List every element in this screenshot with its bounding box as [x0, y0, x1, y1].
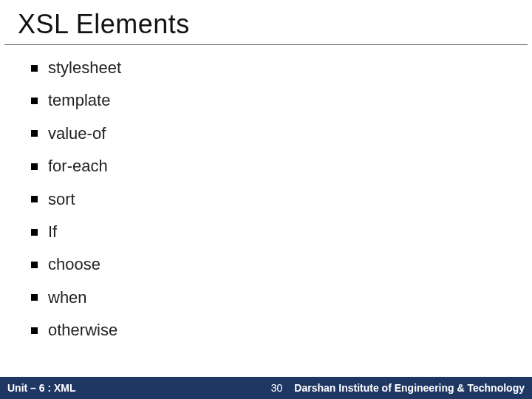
list-item-label: choose [48, 255, 100, 274]
square-bullet-icon [31, 65, 38, 72]
list-item: choose [31, 255, 511, 274]
slide: XSL Elements stylesheet template value-o… [0, 0, 532, 399]
list-item: when [31, 288, 511, 307]
list-item: for-each [31, 157, 511, 176]
square-bullet-icon [31, 196, 38, 202]
square-bullet-icon [31, 98, 38, 104]
list-item-label: stylesheet [48, 58, 121, 78]
footer-bar: Unit – 6 : XML 30 Darshan Institute of E… [0, 377, 532, 399]
page-title: XSL Elements [4, 0, 528, 45]
list-item-label: template [48, 91, 110, 110]
list-item-label: otherwise [48, 321, 117, 340]
list-item: value-of [31, 124, 511, 143]
list-item-label: sort [48, 190, 75, 209]
square-bullet-icon [31, 229, 38, 236]
list-item: sort [31, 190, 511, 209]
bullet-list: stylesheet template value-of for-each so… [31, 58, 511, 341]
square-bullet-icon [31, 163, 38, 170]
content-area: stylesheet template value-of for-each so… [0, 45, 532, 341]
list-item-label: If [48, 222, 57, 242]
square-bullet-icon [31, 294, 38, 301]
list-item: If [31, 222, 511, 242]
square-bullet-icon [31, 130, 38, 137]
footer-institution: Darshan Institute of Engineering & Techn… [294, 382, 532, 394]
list-item-label: when [48, 288, 87, 307]
square-bullet-icon [31, 327, 38, 334]
list-item-label: value-of [48, 124, 106, 143]
footer-page-number: 30 [259, 382, 295, 394]
list-item-label: for-each [48, 157, 108, 176]
list-item: stylesheet [31, 58, 511, 78]
list-item: otherwise [31, 321, 511, 340]
footer-unit-label: Unit – 6 : XML [0, 382, 76, 394]
list-item: template [31, 91, 511, 110]
square-bullet-icon [31, 262, 38, 268]
